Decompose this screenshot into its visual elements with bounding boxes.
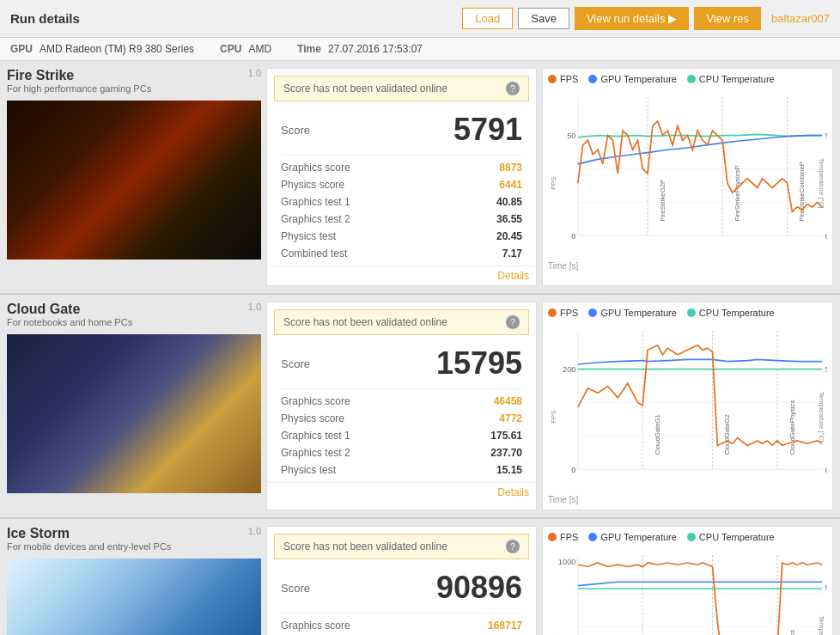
bench-middle-1: Score has not been validated online ? Sc…	[266, 302, 537, 510]
gpu-temp-legend-label: GPU Temperature	[600, 308, 676, 318]
load-button[interactable]: Load	[462, 8, 513, 29]
legend-gpu-temp: GPU Temperature	[588, 308, 676, 318]
legend-cpu-temp: CPU Temperature	[687, 74, 775, 84]
svg-text:CloudGateG1: CloudGateG1	[654, 414, 661, 455]
metric-value: 4772	[499, 412, 522, 424]
svg-text:50: 50	[825, 131, 827, 140]
bench-right-0: FPS GPU Temperature CPU Temperature	[542, 68, 833, 286]
metric-label: Graphics score	[281, 162, 350, 174]
metric-value: 15.15	[496, 464, 522, 476]
gpu-temp-legend-dot	[588, 533, 597, 541]
legend-fps: FPS	[548, 308, 578, 318]
cpu-temp-legend-label: CPU Temperature	[699, 532, 775, 542]
legend-gpu-temp: GPU Temperature	[588, 74, 676, 84]
metric-row: Graphics test 2 36.55	[267, 211, 536, 228]
metric-row: Physics score 6441	[267, 176, 536, 193]
bench-version: 1.0	[248, 68, 261, 78]
svg-text:50: 50	[825, 365, 827, 374]
bench-middle-2: Score has not been validated online ? Sc…	[266, 526, 537, 635]
metric-row: Physics test 15.15	[267, 461, 536, 479]
save-button[interactable]: Save	[518, 8, 569, 29]
view-run-details-button[interactable]: View run details ▶	[575, 7, 690, 30]
details-link[interactable]: Details	[267, 266, 536, 285]
metric-row: Graphics score 8873	[267, 159, 536, 176]
benchmark-section-ice-storm: Ice Storm For mobile devices and entry-l…	[0, 519, 840, 635]
bench-middle-0: Score has not been validated online ? Sc…	[266, 68, 537, 286]
bench-desc: For high performance gaming PCs	[7, 83, 151, 94]
cpu-temp-legend-dot	[687, 533, 696, 541]
bench-title-bar: Fire Strike For high performance gaming …	[7, 68, 261, 97]
validation-help-button[interactable]: ?	[506, 540, 520, 553]
metric-row: Graphics score 46458	[267, 393, 536, 410]
gpu-value: AMD Radeon (TM) R9 380 Series	[40, 43, 194, 55]
gpu-label: GPU	[10, 43, 33, 55]
validation-bar: Score has not been validated online ?	[274, 309, 529, 335]
metric-value: 46458	[494, 395, 522, 407]
bench-version: 1.0	[248, 526, 261, 536]
bench-left-2: Ice Storm For mobile devices and entry-l…	[7, 526, 261, 635]
benchmark-section-cloud-gate: Cloud Gate For notebooks and home PCs 1.…	[0, 295, 840, 519]
metric-label: Graphics test 1	[281, 196, 350, 208]
svg-text:1000: 1000	[558, 558, 576, 566]
metric-label: Graphics score	[281, 620, 350, 632]
validation-text: Score has not been validated online	[283, 540, 447, 553]
svg-text:Temperature [°C]: Temperature [°C]	[818, 158, 825, 209]
svg-text:Temperature [°C]: Temperature [°C]	[818, 616, 825, 635]
metric-label: Graphics test 1	[281, 430, 350, 442]
metric-row: Graphics test 1 40.85	[267, 193, 536, 211]
bench-title-bar: Ice Storm For mobile devices and entry-l…	[7, 526, 261, 555]
svg-text:50: 50	[825, 583, 827, 592]
metric-value: 7.17	[502, 247, 522, 259]
metric-label: Graphics test 2	[281, 213, 350, 225]
validation-bar: Score has not been validated online ?	[274, 76, 529, 101]
metric-row: Physics test 20.45	[267, 228, 536, 245]
chart-area: CloudGateG1 CloudGateG2 CloudGatePhysics…	[548, 321, 827, 493]
page-title: Run details	[10, 11, 80, 26]
metric-value: 36.55	[496, 213, 522, 225]
view-results-button[interactable]: View res	[694, 7, 761, 30]
details-link[interactable]: Details	[267, 482, 536, 502]
fps-legend-label: FPS	[560, 308, 578, 318]
metric-value: 237.70	[490, 447, 522, 459]
score-row: Score 15795	[267, 342, 536, 385]
metric-label: Physics score	[281, 179, 344, 191]
metric-row: Graphics test 2 237.70	[267, 444, 536, 461]
chart-legend: FPS GPU Temperature CPU Temperature	[548, 308, 827, 318]
gpu-temp-legend-label: GPU Temperature	[600, 532, 676, 542]
bench-image	[7, 334, 261, 493]
metric-label: Physics test	[281, 230, 336, 242]
cpu-info: CPU AMD	[220, 43, 271, 55]
svg-text:0: 0	[825, 466, 827, 474]
metric-label: Graphics test 2	[281, 447, 350, 459]
metric-value: 168717	[488, 620, 522, 632]
benchmarks-container: Fire Strike For high performance gaming …	[0, 61, 840, 635]
score-label: Score	[281, 582, 310, 595]
validation-bar: Score has not been validated online ?	[274, 534, 529, 559]
svg-text:FPS: FPS	[550, 411, 557, 424]
validation-help-button[interactable]: ?	[506, 315, 520, 329]
chart-bottom: Time [s]	[548, 495, 827, 504]
gpu-temp-legend-dot	[588, 75, 597, 83]
chart-area: IceStormG1 IceStormG2 IceStormPhysics 10…	[548, 546, 827, 635]
score-value: 15795	[436, 345, 522, 382]
header-actions: Load Save View run details ▶ View res ba…	[462, 7, 830, 30]
score-value: 5791	[453, 112, 522, 148]
metric-label: Physics test	[281, 464, 336, 476]
metric-label: Combined test	[281, 247, 347, 259]
metric-value: 40.85	[496, 196, 522, 208]
validation-text: Score has not been validated online	[283, 82, 447, 95]
score-label: Score	[281, 124, 310, 137]
bench-desc: For notebooks and home PCs	[7, 317, 132, 327]
bench-desc: For mobile devices and entry-level PCs	[7, 541, 171, 552]
bench-name: Cloud Gate	[7, 302, 132, 317]
validation-help-button[interactable]: ?	[506, 82, 520, 95]
bench-right-1: FPS GPU Temperature CPU Temperature Clou…	[542, 302, 833, 510]
time-label: Time	[297, 43, 321, 55]
score-label: Score	[281, 357, 310, 370]
svg-text:0: 0	[571, 466, 575, 474]
cpu-temp-legend-label: CPU Temperature	[699, 308, 775, 318]
metric-value: 175.61	[490, 430, 522, 442]
fps-legend-dot	[548, 533, 557, 541]
bench-name: Fire Strike	[7, 68, 151, 83]
score-row: Score 90896	[267, 566, 536, 609]
